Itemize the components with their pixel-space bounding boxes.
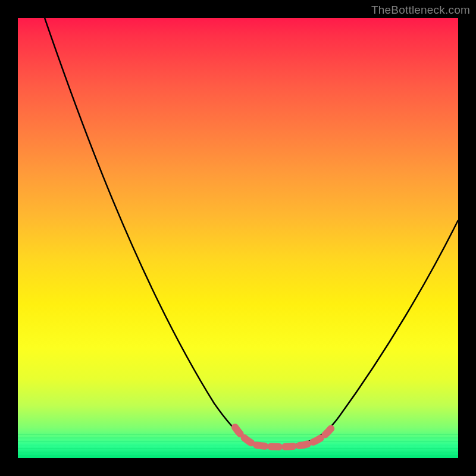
chart-container: TheBottleneck.com (0, 0, 476, 476)
gradient-plot-area (18, 18, 458, 458)
attribution-text: TheBottleneck.com (371, 4, 470, 17)
